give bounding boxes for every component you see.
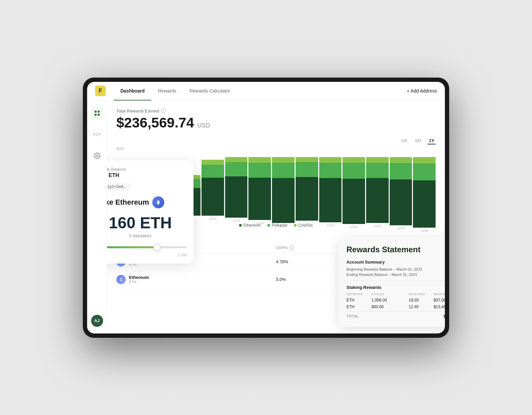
slider-thumb[interactable] xyxy=(153,244,161,251)
svg-rect-0 xyxy=(94,110,96,112)
bar-label: 11/24 xyxy=(350,225,358,229)
bar-group: 11/22 xyxy=(319,157,342,220)
bar-stack xyxy=(342,157,365,224)
nav-tab-dashboard[interactable]: Dashboard xyxy=(114,82,151,101)
sidebar-icon-stack[interactable] xyxy=(91,107,103,119)
bar-polkadot xyxy=(390,163,412,180)
total-rewards-label: Total Rewards Earned i xyxy=(116,108,436,113)
legend-dot-cosmos xyxy=(294,224,297,227)
bar-label: 11/30 xyxy=(421,229,428,232)
bar-stack xyxy=(201,157,224,216)
logo-badge: F xyxy=(95,86,106,96)
slider-range: 32 3,200 xyxy=(107,253,187,257)
bar-cosmos xyxy=(390,157,412,163)
svg-point-4 xyxy=(96,155,98,156)
bar-ethereum xyxy=(413,180,436,228)
bar-cosmos xyxy=(225,157,248,162)
slider-container[interactable] xyxy=(107,244,187,251)
currency-label: USD xyxy=(198,122,210,129)
rs-header-network: NETWORK xyxy=(346,293,371,296)
sidebar-icon-code[interactable]: </> xyxy=(91,128,103,140)
bar-stack xyxy=(248,157,271,220)
rewards-statement-card: Rewards Statement Account Summary Beginn… xyxy=(338,237,445,327)
eth-badge-icon xyxy=(152,196,164,208)
nav-tab-rewards[interactable]: Rewards xyxy=(151,82,183,101)
sidebar-icon-settings[interactable] xyxy=(91,150,103,162)
bar-polkadot xyxy=(272,163,295,178)
bar-cosmos xyxy=(201,160,224,164)
bar-group: 11/16 xyxy=(248,157,271,220)
bar-stack xyxy=(225,157,248,218)
rs-total-row: TOTAL $50,562.65 xyxy=(346,311,445,319)
stake-validators: 5 Validators xyxy=(107,233,187,238)
device-screen: F Dashboard Rewards Rewards Calculator +… xyxy=(87,82,445,333)
bar-polkadot xyxy=(366,163,389,178)
bar-group: 11/12 xyxy=(201,157,224,220)
bar-ethereum xyxy=(201,178,224,215)
nav-tabs: Dashboard Rewards Rewards Calculator xyxy=(114,82,407,101)
bar-ethereum xyxy=(390,179,412,225)
slider-track xyxy=(107,246,187,248)
bar-stack xyxy=(413,157,436,228)
bar-ethereum xyxy=(225,176,248,218)
rs-header-rewards: REWARDS xyxy=(409,293,434,296)
stake-card: Available Balance: 3,200 ETH 0z1y2×3w4..… xyxy=(107,160,194,264)
bar-label: 11/28 xyxy=(397,227,405,230)
bar-cosmos xyxy=(342,157,365,163)
nav-tab-rewards-calculator[interactable]: Rewards Calculator xyxy=(183,82,237,101)
main-content: </> AJ Total Rewards Earned i xyxy=(87,101,445,333)
bar-polkadot xyxy=(248,163,271,178)
rs-title: Rewards Statement xyxy=(346,245,445,254)
bar-cosmos xyxy=(413,157,436,164)
slider-fill xyxy=(107,246,157,248)
bar-ethereum xyxy=(366,178,389,223)
stake-address: 0z1y2×3w4... xyxy=(107,182,131,191)
svg-rect-3 xyxy=(97,113,99,115)
bar-cosmos xyxy=(296,157,318,162)
bar-cosmos xyxy=(366,157,389,163)
dashboard-area: Total Rewards Earned i $236,569.74 USD 1… xyxy=(107,101,445,333)
bar-cosmos xyxy=(248,157,271,163)
bar-stack xyxy=(319,157,342,223)
sidebar: </> AJ xyxy=(87,101,107,333)
rs-table-header: NETWORK STAKED REWARDS REWARDS $USD xyxy=(346,293,445,296)
filter-1m[interactable]: 1M xyxy=(400,137,408,144)
rs-header-rewards-usd: REWARDS $USD xyxy=(434,293,445,296)
bar-ethereum xyxy=(296,177,318,220)
bar-group: 11/14 xyxy=(225,157,248,220)
bar-label: 11/16 xyxy=(256,221,264,225)
svg-rect-1 xyxy=(97,110,99,112)
user-avatar[interactable]: AJ xyxy=(91,315,103,327)
bar-stack xyxy=(272,157,295,223)
bar-ethereum xyxy=(319,178,342,222)
legend-dot-polkadot xyxy=(267,224,270,227)
bar-ethereum xyxy=(248,178,271,220)
rs-account-summary-title: Account Summary xyxy=(346,260,445,265)
filter-1y[interactable]: 1Y xyxy=(428,137,436,144)
bar-stack xyxy=(390,157,412,225)
bar-polkadot xyxy=(319,163,342,178)
bar-label: 11/22 xyxy=(327,224,334,227)
bar-ethereum xyxy=(342,179,365,224)
add-address-button[interactable]: + Add Address xyxy=(407,88,437,94)
bar-group: 11/18 xyxy=(272,157,295,220)
filter-6m[interactable]: 6M xyxy=(414,137,422,144)
info-icon: i xyxy=(161,108,166,113)
stake-balance-label: Available Balance: xyxy=(107,167,187,172)
bar-label: 11/18 xyxy=(280,224,287,228)
bar-polkadot xyxy=(296,162,318,177)
device-frame: F Dashboard Rewards Rewards Calculator +… xyxy=(83,78,449,337)
bar-cosmos xyxy=(319,157,342,163)
protocol-cell-1: Ξ Ethereum ETH xyxy=(116,275,276,284)
bar-group: 11/26 xyxy=(366,157,389,220)
rs-divider xyxy=(346,281,445,281)
rs-row-ending: Ending Rewards Balance – March 31, 2023 … xyxy=(346,273,445,277)
svg-rect-2 xyxy=(94,113,96,115)
bar-stack xyxy=(296,157,318,221)
srr-info-icon: i xyxy=(289,246,294,250)
bar-polkadot xyxy=(201,165,224,178)
bar-stack xyxy=(366,157,389,223)
bar-label: 11/20 xyxy=(303,222,311,225)
bar-group: 11/30 xyxy=(413,157,436,220)
bar-polkadot xyxy=(342,163,365,179)
